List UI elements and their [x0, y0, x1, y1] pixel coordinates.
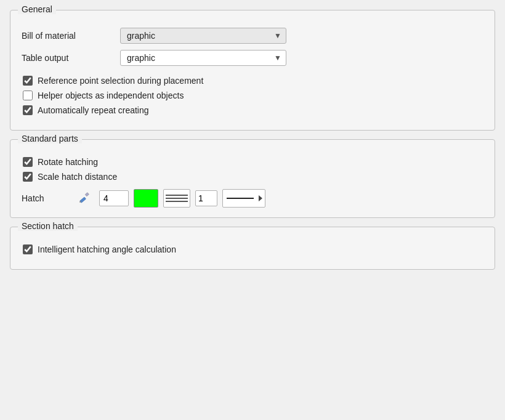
scale-hatch-row: Scale hatch distance — [23, 172, 483, 182]
bill-of-material-row: Bill of material graphic list table ▼ — [22, 28, 483, 44]
table-output-dropdown[interactable]: graphic list table — [120, 50, 286, 66]
bill-of-material-dropdown-wrapper: graphic list table ▼ — [120, 28, 286, 44]
standard-parts-title: Standard parts — [18, 134, 82, 143]
rotate-hatching-row: Rotate hatching — [23, 157, 483, 167]
standard-parts-section: Standard parts Rotate hatching Scale hat… — [10, 139, 495, 218]
intelligent-hatching-row: Intelligent hatching angle calculation — [23, 244, 483, 254]
table-output-label: Table output — [22, 53, 120, 63]
bill-of-material-label: Bill of material — [22, 31, 120, 41]
rotate-hatching-checkbox[interactable] — [23, 157, 33, 167]
intelligent-hatching-label[interactable]: Intelligent hatching angle calculation — [38, 244, 176, 254]
hatch-pencil-button[interactable] — [76, 189, 94, 208]
line-style-arrow-icon — [259, 195, 262, 201]
auto-repeat-checkbox[interactable] — [23, 105, 33, 115]
svg-rect-2 — [85, 193, 89, 196]
line-style-preview — [227, 198, 254, 199]
hatch-number-input[interactable] — [99, 190, 129, 206]
auto-repeat-row: Automatically repeat creating — [23, 105, 483, 115]
section-hatch-title: Section hatch — [18, 221, 78, 231]
helper-objects-row: Helper objects as independent objects — [23, 91, 483, 100]
table-output-dropdown-wrapper: graphic list table ▼ — [120, 50, 286, 66]
general-section-title: General — [18, 4, 56, 14]
scale-hatch-label[interactable]: Scale hatch distance — [38, 172, 117, 182]
hatch-row: Hatch — [22, 189, 483, 208]
general-section: General Bill of material graphic list ta… — [10, 10, 495, 131]
hatch-label: Hatch — [22, 193, 71, 203]
pencil-icon — [78, 192, 92, 205]
section-hatch-section: Section hatch Intelligent hatching angle… — [10, 227, 495, 270]
hatch-pattern-button[interactable] — [163, 189, 190, 208]
hatch-scale-input[interactable] — [195, 190, 217, 206]
hatch-color-swatch[interactable] — [134, 189, 158, 208]
ref-point-row: Reference point selection during placeme… — [23, 76, 483, 86]
rotate-hatching-label[interactable]: Rotate hatching — [38, 157, 98, 167]
scale-hatch-checkbox[interactable] — [23, 172, 33, 182]
table-output-row: Table output graphic list table ▼ — [22, 50, 483, 66]
ref-point-checkbox[interactable] — [23, 76, 33, 86]
bill-of-material-dropdown[interactable]: graphic list table — [120, 28, 286, 44]
pattern-lines-icon — [166, 195, 188, 202]
hatch-line-style-dropdown[interactable] — [222, 189, 265, 208]
auto-repeat-label[interactable]: Automatically repeat creating — [38, 105, 149, 115]
intelligent-hatching-checkbox[interactable] — [23, 244, 33, 254]
helper-objects-label[interactable]: Helper objects as independent objects — [38, 91, 184, 100]
ref-point-label[interactable]: Reference point selection during placeme… — [38, 76, 203, 86]
helper-objects-checkbox[interactable] — [23, 91, 33, 100]
